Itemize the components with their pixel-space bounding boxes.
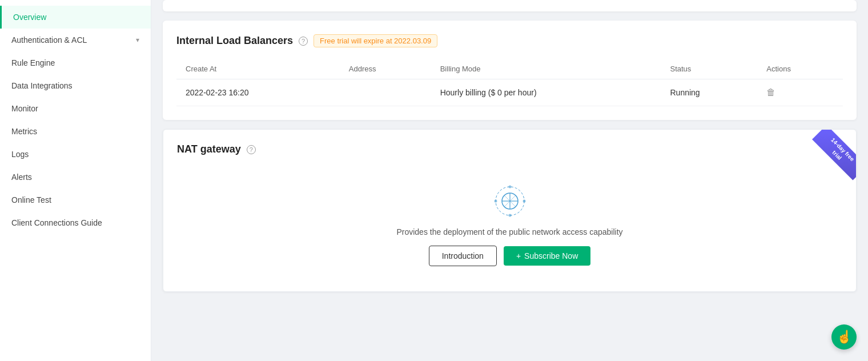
help-fab-button[interactable]: ☝ xyxy=(831,324,857,350)
nat-card-header: NAT gateway ? xyxy=(177,143,842,155)
sidebar-item-client-connections-guide[interactable]: Client Connections Guide xyxy=(0,211,151,234)
sidebar-item-label: Online Test xyxy=(11,195,51,204)
cell-billing-mode: Hourly billing ($ 0 per hour) xyxy=(431,79,661,106)
sidebar-item-online-test[interactable]: Online Test xyxy=(0,188,151,211)
subscribe-now-button[interactable]: + Subscribe Now xyxy=(504,246,590,266)
sidebar: Overview Authentication & ACL ▾ Rule Eng… xyxy=(0,0,151,361)
nat-description: Provides the deployment of the public ne… xyxy=(396,227,622,236)
nat-gateway-card: 14-day freetrial NAT gateway ? xyxy=(163,129,857,292)
sidebar-item-label: Monitor xyxy=(11,104,38,113)
nat-body: Provides the deployment of the public ne… xyxy=(177,167,842,278)
card-title: Internal Load Balancers xyxy=(176,35,293,47)
sidebar-item-auth-acl[interactable]: Authentication & ACL ▾ xyxy=(0,29,151,51)
sidebar-item-alerts[interactable]: Alerts xyxy=(0,166,151,188)
svg-point-9 xyxy=(523,200,525,203)
nat-card-title: NAT gateway xyxy=(177,143,241,155)
help-fab-icon: ☝ xyxy=(837,330,852,344)
load-balancers-table: Create At Address Billing Mode Status Ac… xyxy=(176,59,843,106)
help-icon[interactable]: ? xyxy=(299,37,308,46)
subscribe-button-label: Subscribe Now xyxy=(524,251,578,260)
nat-actions: Introduction + Subscribe Now xyxy=(429,246,591,266)
svg-point-8 xyxy=(494,200,497,203)
sidebar-item-overview[interactable]: Overview xyxy=(0,6,151,29)
cell-address xyxy=(340,79,431,106)
card-header: Internal Load Balancers ? Free trial wil… xyxy=(176,34,843,47)
nat-icon xyxy=(490,184,530,218)
chevron-down-icon: ▾ xyxy=(136,36,139,44)
svg-point-6 xyxy=(508,186,511,188)
delete-icon[interactable]: 🗑 xyxy=(766,87,775,97)
sidebar-item-rule-engine[interactable]: Rule Engine xyxy=(0,51,151,74)
col-status: Status xyxy=(661,59,758,79)
sidebar-item-metrics[interactable]: Metrics xyxy=(0,120,151,143)
internal-load-balancers-card: Internal Load Balancers ? Free trial wil… xyxy=(163,21,857,120)
sidebar-item-label: Authentication & ACL xyxy=(11,35,87,45)
table-row: 2022-02-23 16:20 Hourly billing ($ 0 per… xyxy=(176,79,843,106)
sidebar-item-label: Alerts xyxy=(11,173,32,182)
sidebar-item-label: Overview xyxy=(13,13,46,22)
sidebar-item-label: Client Connections Guide xyxy=(11,218,102,227)
sidebar-item-logs[interactable]: Logs xyxy=(0,143,151,166)
nat-help-icon[interactable]: ? xyxy=(247,145,256,154)
sidebar-item-label: Logs xyxy=(11,150,29,159)
svg-point-7 xyxy=(508,214,511,217)
col-create-at: Create At xyxy=(176,59,340,79)
plus-icon: + xyxy=(516,251,521,260)
top-partial-card xyxy=(163,0,857,11)
sidebar-item-label: Metrics xyxy=(11,127,37,136)
sidebar-item-label: Rule Engine xyxy=(11,58,55,67)
sidebar-item-label: Data Integrations xyxy=(11,81,73,90)
col-billing-mode: Billing Mode xyxy=(431,59,661,79)
sidebar-item-data-integrations[interactable]: Data Integrations xyxy=(0,74,151,97)
nat-icon-area xyxy=(490,184,530,218)
cell-status: Running xyxy=(661,79,758,106)
col-actions: Actions xyxy=(757,59,843,79)
main-content: Internal Load Balancers ? Free trial wil… xyxy=(151,0,868,361)
sidebar-item-monitor[interactable]: Monitor xyxy=(0,97,151,120)
introduction-button[interactable]: Introduction xyxy=(429,246,497,266)
trial-badge: Free trial will expire at 2022.03.09 xyxy=(314,34,437,47)
col-address: Address xyxy=(340,59,431,79)
cell-create-at: 2022-02-23 16:20 xyxy=(176,79,340,106)
cell-actions: 🗑 xyxy=(757,79,843,106)
